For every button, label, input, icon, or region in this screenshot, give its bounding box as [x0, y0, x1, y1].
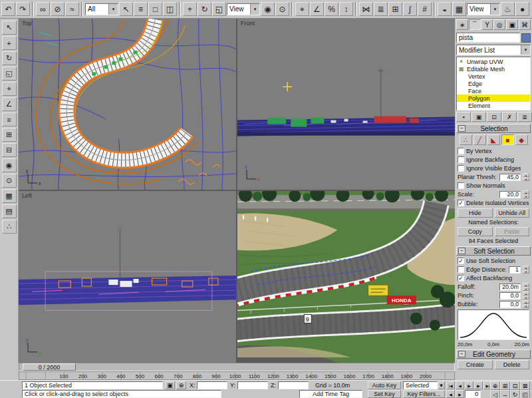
delete-button[interactable]: Delete	[495, 360, 530, 369]
arc-rotate-icon[interactable]: ↻	[510, 390, 520, 398]
copy-button[interactable]: Copy	[458, 227, 493, 236]
viewport-left-label[interactable]: Left	[22, 192, 32, 199]
scale-tool-icon[interactable]: ◱	[2, 67, 17, 81]
stack-item-face[interactable]: Face	[457, 87, 530, 95]
collapse-icon[interactable]: −	[458, 248, 466, 254]
show-normals-checkbox[interactable]	[458, 182, 464, 189]
scale-spinner[interactable]: ▴▾	[523, 190, 529, 198]
paste-button[interactable]: Paste	[495, 227, 530, 236]
affect-backfacing-checkbox[interactable]	[458, 275, 464, 282]
stack-item-unwrap-uvw[interactable]: ☀ Unwrap UVW	[457, 58, 530, 65]
utilities-tab[interactable]: ⌘	[519, 19, 531, 30]
undo-icon[interactable]: ↶	[1, 2, 15, 16]
schematic-view-icon[interactable]: #	[418, 2, 432, 16]
unhide-all-button[interactable]: Unhide All	[495, 208, 530, 218]
min-max-toggle-icon[interactable]: ◰	[520, 390, 530, 398]
spinner-snap-icon[interactable]: ↕	[339, 2, 353, 16]
stack-item-polygon[interactable]: Polygon	[457, 95, 530, 102]
motion-tab[interactable]: ◎	[493, 19, 505, 30]
render-scene-icon[interactable]: ▦	[452, 2, 466, 16]
select-by-name-icon[interactable]: ≡	[134, 2, 148, 16]
collapse-icon[interactable]: −	[458, 351, 466, 357]
x-coordinate-field[interactable]	[197, 381, 227, 389]
viewport-left[interactable]: Left z y	[19, 191, 236, 363]
z-coordinate-field[interactable]	[278, 381, 309, 389]
grid-tool-icon[interactable]: ⊞	[2, 128, 17, 142]
scale-field[interactable]: 20,0	[499, 191, 521, 198]
pan-icon[interactable]: ↔	[500, 390, 510, 398]
key-filters-button[interactable]: Key Filters...	[403, 390, 445, 398]
show-end-result-icon[interactable]: ▣	[471, 112, 486, 122]
key-mode-dropdown[interactable]: Selected	[403, 381, 438, 389]
select-tool-icon[interactable]: ↖	[2, 21, 17, 35]
current-frame-field[interactable]: 0	[465, 390, 481, 398]
collapse-icon[interactable]: −	[458, 125, 466, 132]
make-unique-icon[interactable]: ⊡	[487, 112, 501, 122]
rectangular-selection-region-icon[interactable]: □	[148, 2, 162, 16]
falloff-field[interactable]: 20,0m	[499, 284, 521, 291]
unlink-selection-icon[interactable]: ⊘	[51, 2, 65, 16]
pin-stack-icon[interactable]: ▪	[456, 112, 471, 122]
edge-distance-spinner[interactable]: ▴▾	[523, 266, 529, 274]
chevron-down-icon[interactable]: ▾	[108, 4, 118, 15]
select-object-icon[interactable]: ↖	[119, 2, 133, 16]
modify-tab[interactable]: ⌒	[469, 19, 481, 30]
render-last-icon[interactable]: ●	[515, 2, 529, 16]
add-time-tag-field[interactable]: Add Time Tag	[299, 390, 362, 398]
align-tool-icon[interactable]: ≡	[2, 112, 17, 126]
ignore-visible-edges-checkbox[interactable]	[458, 165, 464, 172]
quick-render-icon[interactable]: ♨	[501, 2, 515, 16]
bubble-field[interactable]: 0,0	[499, 301, 521, 308]
field-of-view-icon[interactable]: ◁	[490, 390, 500, 398]
mirror-icon[interactable]: ⋈	[359, 2, 373, 16]
soft-selection-rollout-header[interactable]: − Soft Selection	[456, 246, 531, 256]
stack-item-edge[interactable]: Edge	[457, 80, 530, 87]
chevron-down-icon[interactable]: ▾	[490, 4, 499, 15]
viewport-top[interactable]: Top	[19, 19, 236, 190]
play-icon[interactable]: ▶	[465, 381, 473, 389]
display-tab[interactable]: ▣	[506, 19, 518, 30]
planar-thresh-spinner[interactable]: ▴▾	[523, 173, 529, 181]
hide-button[interactable]: Hide	[458, 208, 493, 218]
select-and-move-icon[interactable]: +	[183, 2, 197, 16]
viewport-perspective[interactable]: User	[237, 191, 455, 363]
zoom-extents-icon[interactable]: ⊡	[510, 381, 520, 390]
viewport-perspective-label[interactable]: User	[241, 192, 253, 199]
y-coordinate-field[interactable]	[237, 381, 268, 389]
track-bar[interactable]: 1002003004005006007008009001000110012001…	[19, 371, 455, 380]
stack-item-editable-mesh[interactable]: ▦ Editable Mesh	[457, 65, 530, 73]
chevron-down-icon[interactable]: ▾	[250, 4, 259, 15]
render-type-dropdown[interactable]: View▾	[467, 3, 500, 15]
viewport-front-label[interactable]: Front	[241, 20, 255, 27]
snap-toggle-icon[interactable]: ⌖	[295, 2, 309, 16]
by-vertex-checkbox[interactable]	[458, 148, 464, 154]
time-slider[interactable]: 0 / 2000	[19, 363, 455, 371]
chevron-down-icon[interactable]: ▾	[438, 381, 445, 389]
element-subobject-icon[interactable]: ◆	[515, 134, 528, 145]
select-and-scale-icon[interactable]: ◱	[212, 2, 226, 16]
object-name-field[interactable]: pista	[456, 33, 520, 43]
create-tab[interactable]: ∗	[456, 19, 468, 30]
planar-thresh-field[interactable]: 45,0	[499, 174, 521, 181]
material-editor-icon[interactable]: ◒	[438, 2, 452, 16]
bind-to-space-warp-icon[interactable]: ≈	[65, 2, 79, 16]
select-and-link-icon[interactable]: ∞	[36, 2, 50, 16]
edge-distance-field[interactable]: 1	[509, 266, 521, 274]
pinch-spinner[interactable]: ▴▾	[523, 292, 529, 299]
polygon-subobject-icon[interactable]: ■	[501, 134, 514, 145]
next-frame-icon[interactable]: ▶	[474, 381, 483, 389]
ignore-backfacing-checkbox[interactable]	[458, 156, 464, 163]
configure-modifier-icon[interactable]: ≣	[517, 112, 532, 122]
delete-isolated-checkbox[interactable]	[458, 200, 464, 206]
select-and-manipulate-icon[interactable]: ⊙	[275, 2, 289, 16]
go-to-start-icon[interactable]: |◀	[446, 381, 455, 389]
center-tool-icon[interactable]: ◉	[2, 158, 17, 172]
curve-editor-icon[interactable]: ∫	[403, 2, 417, 16]
face-subobject-icon[interactable]: ◣	[487, 134, 500, 145]
vertex-tool-icon[interactable]: ∴	[2, 220, 17, 234]
display-tool-icon[interactable]: ▤	[2, 204, 17, 218]
auto-key-button[interactable]: Auto Key	[368, 381, 401, 389]
falloff-spinner[interactable]: ▴▾	[523, 283, 529, 291]
render-tool-icon[interactable]: ▦	[2, 189, 17, 203]
absolute-offset-toggle-icon[interactable]: ⊕	[176, 381, 186, 389]
